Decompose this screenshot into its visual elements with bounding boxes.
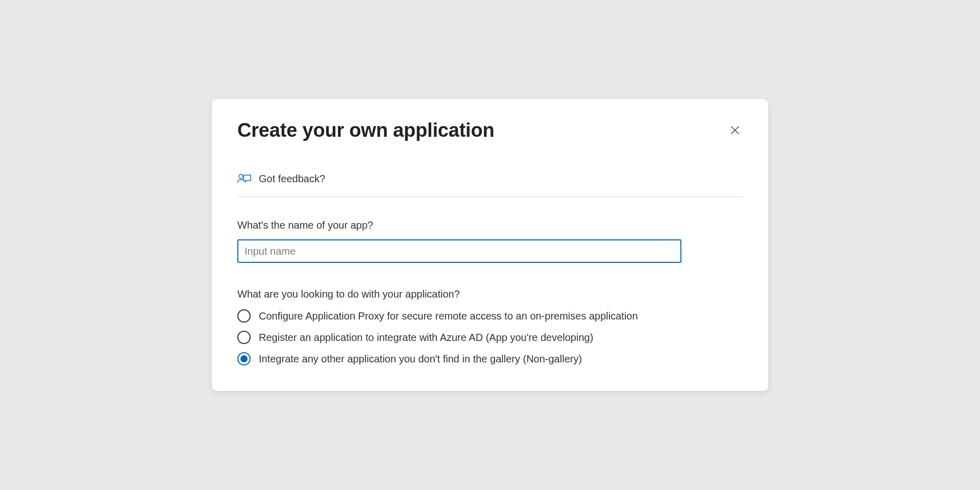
close-icon [729,125,741,136]
panel-title: Create your own application [237,119,494,141]
radio-icon [237,309,251,323]
create-application-panel: Create your own application Got feedback… [212,99,768,391]
feedback-icon [237,172,252,185]
panel-header: Create your own application [212,99,768,146]
app-name-label: What's the name of your app? [237,219,743,231]
radio-label: Configure Application Proxy for secure r… [259,310,638,322]
close-button[interactable] [727,122,743,138]
radio-label: Register an application to integrate wit… [259,332,593,344]
form-section: What's the name of your app? What are yo… [212,197,768,365]
radio-option-non-gallery[interactable]: Integrate any other application you don'… [237,352,743,365]
radio-icon [237,352,251,365]
feedback-label: Got feedback? [259,173,325,185]
action-question-label: What are you looking to do with your app… [237,288,743,300]
feedback-bar: Got feedback? [237,172,743,197]
radio-option-register-app[interactable]: Register an application to integrate wit… [237,331,743,344]
radio-label: Integrate any other application you don'… [259,353,582,365]
action-radio-group: Configure Application Proxy for secure r… [237,309,743,365]
radio-icon [237,331,251,344]
app-name-input[interactable] [237,239,681,263]
radio-option-app-proxy[interactable]: Configure Application Proxy for secure r… [237,309,743,323]
svg-point-2 [239,175,243,179]
feedback-link[interactable]: Got feedback? [237,172,325,185]
